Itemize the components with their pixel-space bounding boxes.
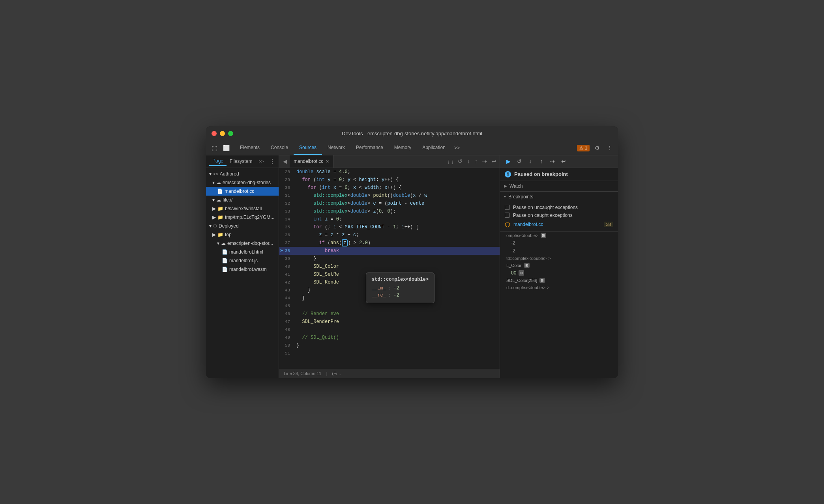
breakpoint-filename: mandelbrot.cc [513,222,543,227]
tab-performance[interactable]: Performance [350,141,389,155]
frame-info-status: (Fr... [332,371,341,376]
scope-type-pill-3: ⊞ [519,270,524,276]
maximize-button[interactable] [228,131,233,136]
file-tab-name: mandelbrot.cc [294,159,323,164]
scroll-up-icon[interactable]: ↑ [473,158,479,164]
file-tabbar: ◀ mandelbrot.cc ✕ ⬚ ↺ ↓ ↑ ⇢ ↩ [279,155,500,168]
tree-item-mandelbrot-wasm[interactable]: 📄 mandelbrot.wasm [206,265,279,274]
tooltip-key-re: __re_ [372,293,386,298]
expand-icon: ▾ [212,197,215,203]
tree-item-mandelbrot-html[interactable]: 📄 mandelbrot.html [206,248,279,256]
watch-label: Watch [509,183,523,189]
tooltip-val-im: -2 [393,286,399,291]
paused-icon: ℹ [505,171,511,177]
folder-icon: 📁 [217,206,223,211]
code-line-28: 28 double scale = 4.0; [279,168,500,176]
tab-sources[interactable]: Sources [294,141,322,155]
code-area[interactable]: 28 double scale = 4.0; 29 for (int y = 0… [279,168,500,369]
code-line-45: 45 [279,302,500,310]
expand-icon: ▶ [212,206,216,211]
refresh-icon[interactable]: ↺ [456,158,464,164]
settings-icon[interactable]: ⚙ [592,143,602,153]
code-line-37: 37 if (abs(z) > 2.0) [279,239,500,247]
paused-message: Paused on breakpoint [514,171,568,177]
watch-chevron: ▶ [504,184,507,188]
scope-item-im: -2 [500,239,618,247]
tree-item-deployed[interactable]: ▾ ⬡ Deployed [206,222,279,230]
sidebar-tree: ▾ <> Authored ▾ ☁ emscripten-dbg-stories… [206,168,279,378]
warning-badge[interactable]: ⚠ 1 [577,145,590,151]
paused-banner: ℹ Paused on breakpoint [500,168,618,181]
tree-item-cloud-emscripten[interactable]: ▾ ☁ emscripten-dbg-stories [206,178,279,187]
folder-icon: 📁 [217,215,223,220]
resume-button[interactable]: ▶ [503,156,513,166]
code-line-33: 33 std::complex<double> z(0, 0); [279,207,500,215]
step-button[interactable]: ⇢ [547,156,558,166]
breakpoint-file-icon: ⬡ [505,221,510,228]
code-line-38: ➤ 38 break [279,247,500,255]
tooltip-row-re: __re_ : -2 [372,292,429,299]
sidebar-tab-filesystem[interactable]: Filesystem [227,157,255,166]
code-line-40: 40 SDL_Color [279,263,500,271]
tab-elements[interactable]: Elements [234,141,265,155]
tree-item-install[interactable]: ▶ 📁 b/s/w/ir/x/w/install [206,204,279,213]
scope-panel: omplex<double> ⊞ -2 -2 td::complex<doubl… [500,232,618,378]
minimize-button[interactable] [220,131,225,136]
sidebar-tab-page[interactable]: Page [209,157,227,166]
tooltip-key-im: __im_ [372,286,386,291]
tree-item-file-proto[interactable]: ▾ ☁ file:// [206,196,279,204]
tree-item-mandelbrot-cc[interactable]: 📄 mandelbrot.cc [206,187,279,196]
sidebar-tabs: Page Filesystem >> ⋮ [206,155,279,168]
close-button[interactable] [212,131,217,136]
step-over-button[interactable]: ↺ [514,156,524,166]
step-into-button[interactable]: ↓ [525,156,536,166]
tooltip-type: std::complex<double> [372,277,429,282]
tab-application[interactable]: Application [417,141,451,155]
file-tab-nav-left[interactable]: ◀ [281,155,290,168]
devtools-window: DevTools - emscripten-dbg-stories.netlif… [206,126,618,378]
tab-console[interactable]: Console [265,141,294,155]
breakpoint-file-row[interactable]: ⬡ mandelbrot.cc 38 [500,219,618,230]
tab-network[interactable]: Network [322,141,350,155]
pause-caught-label: Pause on caught exceptions [513,213,573,218]
tree-item-tmp[interactable]: ▶ 📁 tmp/tmp.ELcTq2YGM... [206,213,279,222]
file-icon: 📄 [222,267,228,272]
tab-memory[interactable]: Memory [389,141,417,155]
file-tab-close[interactable]: ✕ [326,159,329,164]
center-panel: ◀ mandelbrot.cc ✕ ⬚ ↺ ↓ ↑ ⇢ ↩ 28 [279,155,500,378]
sidebar-tab-more[interactable]: >> [255,159,267,164]
watch-header[interactable]: ▶ Watch [500,181,618,191]
line-col-status: Line 38, Column 11 [284,371,321,376]
code-line-29: 29 for (int y = 0; y < height; y++) { [279,176,500,184]
format-icon[interactable]: ⬚ [446,158,455,164]
tree-item-cloud-emscripten2[interactable]: ▾ ☁ emscripten-dbg-stor... [206,239,279,248]
pause-uncaught-checkbox[interactable] [505,205,510,210]
tree-item-top[interactable]: ▶ 📁 top [206,230,279,239]
return-icon[interactable]: ↩ [490,158,498,164]
right-panel: ▶ ↺ ↓ ↑ ⇢ ↩ ℹ Paused on breakpoint ▶ Wat… [500,155,618,378]
tree-item-authored[interactable]: ▾ <> Authored [206,170,279,178]
scroll-down-icon[interactable]: ↓ [466,158,472,164]
pause-caught-item: Pause on caught exceptions [500,211,618,219]
pause-caught-checkbox[interactable] [505,213,510,218]
tab-more-button[interactable]: >> [451,141,463,155]
device-icon[interactable]: ⬜ [221,143,231,153]
code-line-50: 50 } [279,342,500,349]
deactivate-button[interactable]: ↩ [558,156,569,166]
more-menu-icon[interactable]: ⋮ [605,143,615,153]
breakpoints-header[interactable]: ▾ Breakpoints [500,192,618,202]
code-line-47: 47 SDL_RenderPre [279,318,500,326]
code-line-46: 46 // Render eve [279,310,500,318]
status-bar: Line 38, Column 11 | (Fr... [279,369,500,378]
breakpoints-content: Pause on uncaught exceptions Pause on ca… [500,202,618,231]
inspect-icon[interactable]: ⬚ [209,143,219,153]
sidebar-menu-icon[interactable]: ⋮ [269,158,275,165]
tree-item-mandelbrot-js[interactable]: 📄 mandelbrot.js [206,256,279,265]
step-out-button[interactable]: ↑ [536,156,547,166]
scope-item-re: -2 [500,247,618,255]
breakpoints-chevron: ▾ [504,194,506,199]
file-tab-mandelbrot-cc[interactable]: mandelbrot.cc ✕ [290,155,333,168]
code-line-31: 31 std::complex<double> point((double)x … [279,192,500,200]
watch-section: ▶ Watch [500,181,618,192]
step-icon[interactable]: ⇢ [481,158,489,164]
